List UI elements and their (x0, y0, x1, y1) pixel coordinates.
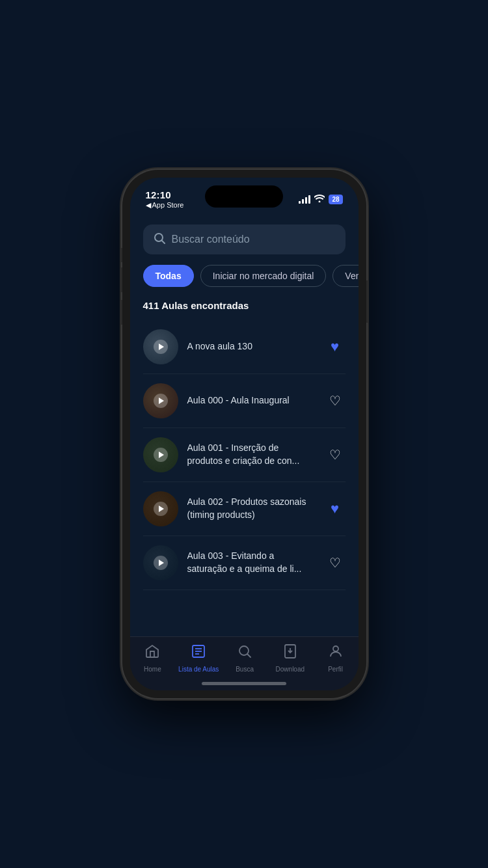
status-left: 12:10 ◀ App Store (146, 189, 184, 210)
aula-thumbnail (143, 545, 178, 580)
battery-badge: 28 (329, 195, 342, 204)
aula-title: Aula 001 - Inserção de produtos e criaçã… (187, 442, 316, 467)
nav-item-perfil[interactable]: Perfil (316, 644, 355, 673)
back-arrow: ◀ (146, 201, 151, 210)
search-bar[interactable]: Buscar conteúdo (143, 224, 346, 254)
like-button[interactable]: ♥ (325, 498, 346, 519)
signal-icon (299, 195, 310, 204)
svg-line-1 (162, 241, 165, 243)
filter-tab-vende[interactable]: Vend... (332, 265, 358, 287)
play-icon (159, 344, 164, 350)
list-item[interactable]: A nova aula 130 ♥ (143, 320, 346, 374)
nav-item-busca[interactable]: Busca (225, 644, 264, 673)
like-button[interactable]: ♡ (325, 552, 346, 573)
heart-empty-icon: ♡ (329, 447, 341, 463)
svg-point-0 (155, 234, 163, 241)
lista-icon (191, 644, 206, 663)
heart-empty-icon: ♡ (329, 393, 341, 409)
aula-info: A nova aula 130 (187, 340, 316, 353)
aula-title: Aula 003 - Evitando a saturação e a quei… (187, 550, 316, 575)
status-back: ◀ App Store (146, 201, 184, 210)
play-icon (159, 506, 164, 512)
back-label: App Store (152, 201, 184, 209)
search-icon (154, 232, 165, 247)
aula-thumbnail (143, 437, 178, 472)
heart-filled-icon: ♥ (331, 338, 339, 355)
aula-info: Aula 002 - Produtos sazonais (timing pro… (187, 496, 316, 521)
nav-label-home: Home (144, 666, 161, 673)
power-button (366, 280, 369, 323)
heart-empty-icon: ♡ (329, 555, 341, 571)
volume-up-button (120, 267, 122, 292)
svg-line-7 (248, 655, 251, 658)
search-placeholder-text: Buscar conteúdo (172, 234, 250, 245)
play-icon (159, 398, 164, 404)
nav-item-home[interactable]: Home (133, 644, 172, 673)
download-icon (282, 644, 298, 663)
play-button (154, 556, 168, 570)
nav-item-lista[interactable]: Lista de Aulas (178, 644, 219, 673)
aula-thumbnail (143, 491, 178, 526)
play-button (154, 448, 168, 462)
aula-thumbnail (143, 329, 178, 364)
wifi-icon (314, 195, 325, 204)
status-right: 28 (299, 195, 342, 204)
nav-label-lista: Lista de Aulas (178, 666, 219, 673)
filter-tab-mercado[interactable]: Iniciar no mercado digital (200, 265, 327, 287)
perfil-icon (328, 644, 344, 663)
aulas-list: A nova aula 130 ♥ Aula 000 - Aula Inaugu… (130, 320, 359, 636)
phone-frame: 12:10 ◀ App Store (122, 170, 366, 698)
like-button[interactable]: ♡ (325, 390, 346, 411)
aula-info: Aula 003 - Evitando a saturação e a quei… (187, 550, 316, 575)
home-indicator (202, 682, 286, 685)
like-button[interactable]: ♥ (325, 336, 346, 357)
list-item[interactable]: Aula 001 - Inserção de produtos e criaçã… (143, 428, 346, 482)
filter-tab-todas[interactable]: Todas (143, 265, 194, 287)
search-container: Buscar conteúdo (130, 211, 359, 265)
nav-label-busca: Busca (236, 666, 254, 673)
list-item[interactable]: Aula 002 - Produtos sazonais (timing pro… (143, 482, 346, 536)
play-button (154, 502, 168, 516)
heart-filled-icon: ♥ (331, 500, 339, 517)
phone-screen: 12:10 ◀ App Store (130, 178, 359, 690)
aula-title: A nova aula 130 (187, 341, 252, 351)
aula-title: Aula 000 - Aula Inaugural (187, 395, 290, 405)
aula-title: Aula 002 - Produtos sazonais (timing pro… (187, 496, 316, 521)
filter-tabs: Todas Iniciar no mercado digital Vend... (130, 265, 359, 297)
volume-down-button (120, 300, 122, 325)
play-icon (159, 452, 164, 458)
nav-label-perfil: Perfil (328, 666, 343, 673)
nav-item-download[interactable]: Download (271, 644, 310, 673)
svg-point-10 (333, 646, 338, 651)
like-button[interactable]: ♡ (325, 444, 346, 465)
nav-label-download: Download (276, 666, 305, 673)
status-time: 12:10 (146, 189, 184, 200)
main-content: Buscar conteúdo Todas Iniciar no mercado… (130, 211, 359, 690)
aula-info: Aula 000 - Aula Inaugural (187, 394, 316, 407)
aulas-count: 411 Aulas encontradas (130, 297, 359, 320)
list-item[interactable]: Aula 003 - Evitando a saturação e a quei… (143, 536, 346, 590)
play-button (154, 340, 168, 354)
play-button (154, 394, 168, 408)
aula-thumbnail (143, 383, 178, 418)
dynamic-island (205, 185, 283, 208)
home-icon (144, 644, 160, 663)
list-item[interactable]: Aula 000 - Aula Inaugural ♡ (143, 374, 346, 428)
silent-switch (120, 248, 122, 262)
play-icon (159, 560, 164, 566)
busca-icon (237, 644, 252, 663)
aula-info: Aula 001 - Inserção de produtos e criaçã… (187, 442, 316, 467)
